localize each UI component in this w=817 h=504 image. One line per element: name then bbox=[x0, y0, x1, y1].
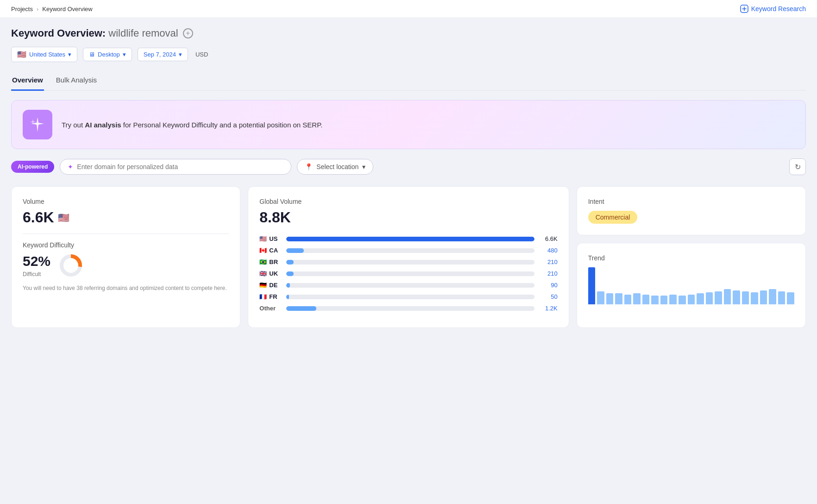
domain-input-wrapper[interactable]: ✦ bbox=[60, 159, 291, 175]
intent-badge: Commercial bbox=[588, 211, 638, 224]
country-volume-de: 90 bbox=[539, 282, 558, 289]
trend-bar bbox=[669, 295, 677, 304]
country-volume-us: 6.6K bbox=[539, 235, 558, 242]
keyword-research-label: Keyword Research bbox=[751, 5, 806, 13]
device-filter[interactable]: 🖥 Desktop ▾ bbox=[83, 48, 132, 61]
refresh-button[interactable]: ↻ bbox=[789, 158, 806, 175]
intent-card: Intent Commercial bbox=[577, 186, 806, 235]
ai-powered-badge: AI-powered bbox=[11, 161, 54, 173]
keyword-text: wildlife removal bbox=[108, 27, 178, 39]
country-flag-code-us: 🇺🇸US bbox=[259, 235, 282, 242]
cards-grid: Volume 6.6K 🇺🇸 Keyword Difficulty 52% Di… bbox=[11, 186, 806, 328]
trend-bar bbox=[642, 295, 650, 304]
trend-bar bbox=[769, 289, 776, 304]
keyword-research-link[interactable]: Keyword Research bbox=[740, 5, 806, 13]
country-bar-us: 🇺🇸US 6.6K bbox=[259, 235, 557, 242]
breadcrumb-projects[interactable]: Projects bbox=[11, 6, 33, 13]
volume-value: 6.6K 🇺🇸 bbox=[23, 209, 229, 226]
volume-flag: 🇺🇸 bbox=[58, 212, 69, 223]
trend-bar bbox=[588, 267, 596, 304]
trend-bar bbox=[660, 296, 668, 304]
trend-bar bbox=[706, 292, 713, 304]
global-volume-label: Global Volume bbox=[259, 198, 557, 205]
country-volume-uk: 210 bbox=[539, 270, 558, 277]
tabs-row: Overview Bulk Analysis bbox=[11, 71, 806, 91]
keyword-research-icon bbox=[740, 5, 748, 13]
trend-bar bbox=[633, 293, 641, 304]
trend-bar bbox=[751, 292, 758, 304]
country-volume-br: 210 bbox=[539, 258, 558, 265]
trend-bar bbox=[688, 295, 695, 304]
difficulty-tag: Difficult bbox=[23, 271, 50, 277]
add-keyword-button[interactable]: + bbox=[183, 28, 193, 38]
trend-chart bbox=[588, 267, 794, 304]
trend-bar bbox=[715, 291, 722, 304]
location-filter[interactable]: 🇺🇸 United States ▾ bbox=[11, 47, 77, 62]
country-bar-br: 🇧🇷BR 210 bbox=[259, 258, 557, 265]
page-title: Keyword Overview: wildlife removal bbox=[11, 27, 178, 39]
breadcrumb-separator: › bbox=[37, 6, 38, 13]
trend-bar bbox=[760, 290, 767, 304]
domain-input[interactable] bbox=[77, 163, 283, 170]
device-label: Desktop bbox=[98, 51, 120, 58]
breadcrumb: Projects › Keyword Overview bbox=[11, 6, 93, 13]
trend-label: Trend bbox=[588, 254, 794, 262]
country-volume-ca: 480 bbox=[539, 247, 558, 254]
us-flag: 🇺🇸 bbox=[17, 50, 26, 59]
trend-bar bbox=[733, 290, 740, 304]
country-flag-code-br: 🇧🇷BR bbox=[259, 258, 282, 265]
tab-bulk-analysis[interactable]: Bulk Analysis bbox=[55, 71, 98, 91]
date-chevron: ▾ bbox=[179, 51, 182, 58]
intent-trend-column: Intent Commercial Trend bbox=[577, 186, 806, 328]
country-bar-other: Other 1.2K bbox=[259, 305, 557, 312]
ai-banner-text: Try out AI analysis for Personal Keyword… bbox=[62, 121, 322, 129]
country-volume-fr: 50 bbox=[539, 293, 558, 300]
breadcrumb-current: Keyword Overview bbox=[42, 6, 92, 13]
country-bar-de: 🇩🇪DE 90 bbox=[259, 282, 557, 289]
country-flag-code-uk: 🇬🇧UK bbox=[259, 270, 282, 277]
country-bar-ca: 🇨🇦CA 480 bbox=[259, 247, 557, 254]
location-select[interactable]: 📍 Select location ▾ bbox=[297, 159, 373, 175]
country-flag-code-other: Other bbox=[259, 305, 282, 312]
sparkle-icon: ✦ bbox=[68, 163, 73, 170]
trend-bar bbox=[651, 296, 659, 304]
ai-input-row: AI-powered ✦ 📍 Select location ▾ ↻ bbox=[11, 158, 806, 175]
ai-sparkle-icon bbox=[23, 110, 52, 139]
global-volume-value: 8.8K bbox=[259, 209, 557, 226]
page-header: Keyword Overview: wildlife removal + bbox=[11, 27, 806, 39]
trend-bar bbox=[787, 292, 794, 304]
trend-bar bbox=[697, 293, 704, 304]
date-filter[interactable]: Sep 7, 2024 ▾ bbox=[138, 48, 188, 61]
main-content: Keyword Overview: wildlife removal + 🇺🇸 … bbox=[0, 18, 817, 337]
trend-bar bbox=[679, 296, 686, 304]
intent-label: Intent bbox=[588, 198, 794, 205]
trend-bar bbox=[724, 289, 731, 304]
ai-banner: Try out AI analysis for Personal Keyword… bbox=[11, 100, 806, 149]
country-bar-fr: 🇫🇷FR 50 bbox=[259, 293, 557, 300]
trend-bar bbox=[778, 291, 786, 304]
device-chevron: ▾ bbox=[123, 51, 126, 58]
location-label: United States bbox=[29, 51, 65, 58]
trend-bar bbox=[624, 295, 632, 304]
currency-label: USD bbox=[195, 51, 208, 58]
top-bar: Projects › Keyword Overview Keyword Rese… bbox=[0, 0, 817, 18]
country-flag-code-fr: 🇫🇷FR bbox=[259, 293, 282, 300]
country-volume-other: 1.2K bbox=[539, 305, 558, 312]
filters-row: 🇺🇸 United States ▾ 🖥 Desktop ▾ Sep 7, 20… bbox=[11, 47, 806, 62]
trend-bar bbox=[606, 293, 614, 304]
location-pin-icon: 📍 bbox=[305, 163, 313, 170]
country-bar-uk: 🇬🇧UK 210 bbox=[259, 270, 557, 277]
difficulty-label: Keyword Difficulty bbox=[23, 241, 229, 249]
tab-overview[interactable]: Overview bbox=[11, 71, 44, 91]
trend-card: Trend bbox=[577, 243, 806, 328]
difficulty-value-row: 52% Difficult bbox=[23, 252, 229, 278]
date-label: Sep 7, 2024 bbox=[144, 51, 176, 58]
location-select-label: Select location bbox=[316, 163, 358, 170]
title-prefix: Keyword Overview: bbox=[11, 27, 106, 39]
volume-difficulty-card: Volume 6.6K 🇺🇸 Keyword Difficulty 52% Di… bbox=[11, 186, 240, 328]
difficulty-donut bbox=[58, 252, 84, 278]
volume-label: Volume bbox=[23, 198, 229, 205]
difficulty-section: Keyword Difficulty 52% Difficult You wil… bbox=[23, 241, 229, 292]
country-flag-code-de: 🇩🇪DE bbox=[259, 282, 282, 289]
country-flag-code-ca: 🇨🇦CA bbox=[259, 247, 282, 254]
